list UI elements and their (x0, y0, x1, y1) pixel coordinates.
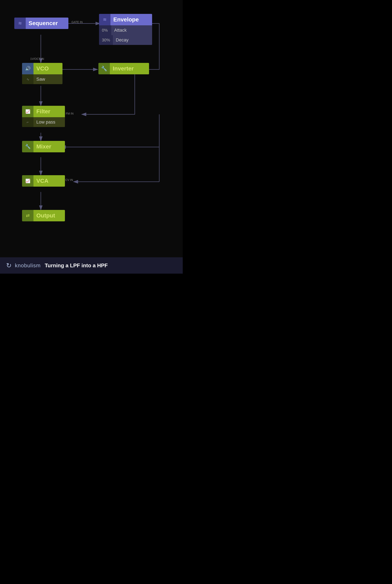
bottom-bar: ↻ knobulism Turning a LPF into a HPF (0, 257, 183, 274)
output-icon: ⇄ (22, 210, 34, 221)
sequencer-icon: ≋ (14, 18, 26, 29)
decay-value: 30% (99, 38, 113, 42)
brand-name: knobulism (15, 262, 41, 269)
inverter-icon: 🔧 (98, 63, 110, 74)
vca-title: VCA (34, 175, 65, 187)
inverter-title: Inverter (110, 63, 149, 74)
output-module: ⇄ Output (22, 210, 65, 221)
filter-module: 📈 Filter ⌐ Low pass (22, 106, 65, 127)
vco-module: 🔊 VCO ∿ Saw (22, 63, 62, 84)
filter-title: Filter (34, 106, 65, 117)
fm-in-label: FM IN (66, 112, 74, 115)
attack-label: Attack (111, 25, 152, 35)
filter-icon: 📈 (22, 106, 34, 117)
gate-in-label: GATE IN (72, 20, 83, 24)
mixer-title: Mixer (34, 141, 65, 152)
lowpass-icon: ⌐ (22, 117, 34, 127)
sequencer-module: ≋ Sequencer (14, 18, 68, 29)
attack-value: 0% (99, 28, 111, 33)
envelope-module: ≋ Envelope 0% Attack 30% Decay (99, 14, 152, 45)
brand-tagline: Turning a LPF into a HPF (45, 262, 108, 269)
cv-in-label: CV IN (65, 178, 73, 182)
vco-icon: 🔊 (22, 63, 34, 74)
mixer-icon: 🔧 (22, 141, 34, 152)
vca-module: 📈 VCA (22, 175, 65, 187)
filter-type-label: Low pass (34, 117, 65, 127)
envelope-icon: ≋ (99, 14, 110, 25)
envelope-title: Envelope (110, 14, 152, 25)
brand-logo-icon: ↻ (6, 262, 12, 269)
output-title: Output (34, 210, 65, 221)
sequencer-title: Sequencer (26, 18, 68, 29)
vca-icon: 📈 (22, 175, 34, 187)
vco-title: VCO (34, 63, 62, 74)
decay-label: Decay (113, 35, 152, 45)
vco-waveform-label: Saw (34, 74, 62, 84)
mixer-module: 🔧 Mixer (22, 141, 65, 152)
one-v-oct-in-label: 1V/OCT IN (30, 57, 44, 60)
saw-wave-icon: ∿ (22, 74, 34, 84)
inverter-module: 🔧 Inverter (98, 63, 149, 74)
